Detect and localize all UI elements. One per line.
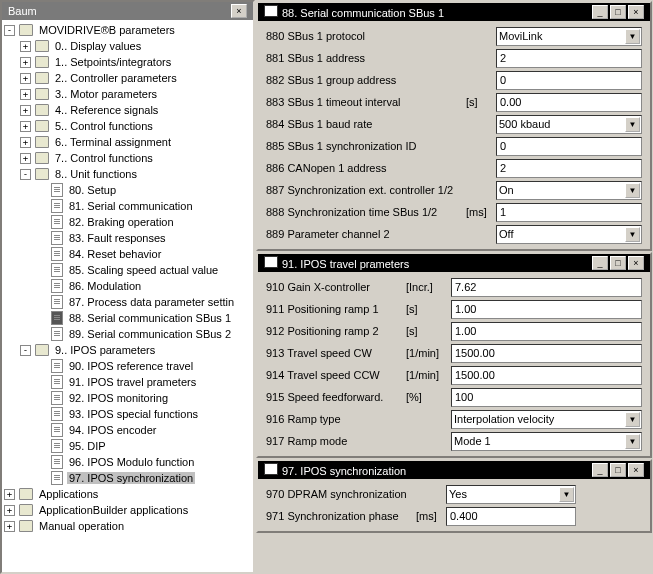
tree-item[interactable]: 86. Modulation (4, 278, 251, 294)
tree-item[interactable]: +4.. Reference signals (4, 102, 251, 118)
minimize-icon[interactable]: _ (592, 463, 608, 477)
folder-icon (35, 40, 49, 52)
minimize-icon[interactable]: _ (592, 5, 608, 19)
param-select[interactable]: Off▼ (496, 225, 642, 244)
chevron-down-icon[interactable]: ▼ (625, 434, 640, 449)
folder-icon (35, 104, 49, 116)
chevron-down-icon[interactable]: ▼ (625, 117, 640, 132)
tree-item[interactable]: 91. IPOS travel prameters (4, 374, 251, 390)
param-input[interactable] (496, 71, 642, 90)
expand-icon[interactable]: - (20, 169, 31, 180)
expand-icon[interactable]: + (20, 89, 31, 100)
maximize-icon[interactable]: □ (610, 256, 626, 270)
expand-icon[interactable]: + (20, 137, 31, 148)
tree-item[interactable]: +2.. Controller parameters (4, 70, 251, 86)
param-input[interactable] (451, 278, 642, 297)
param-unit: [Incr.] (406, 281, 451, 293)
minimize-icon[interactable]: _ (592, 256, 608, 270)
expand-icon[interactable]: + (4, 521, 15, 532)
tree-item[interactable]: -MOVIDRIVE®B parameters (4, 22, 251, 38)
param-unit: [ms] (416, 510, 446, 522)
close-icon[interactable]: × (628, 5, 644, 19)
tree-item[interactable]: 84. Reset behavior (4, 246, 251, 262)
param-input[interactable] (446, 507, 576, 526)
param-select[interactable]: Interpolation velocity▼ (451, 410, 642, 429)
tree-label: 90. IPOS reference travel (67, 360, 195, 372)
chevron-down-icon[interactable]: ▼ (559, 487, 574, 502)
expand-icon[interactable]: + (4, 505, 15, 516)
tree-view[interactable]: -MOVIDRIVE®B parameters+0.. Display valu… (2, 20, 253, 572)
tree-item[interactable]: 81. Serial communication (4, 198, 251, 214)
chevron-down-icon[interactable]: ▼ (625, 183, 640, 198)
expand-icon[interactable]: + (20, 153, 31, 164)
param-select[interactable]: MoviLink▼ (496, 27, 642, 46)
tree-item[interactable]: 80. Setup (4, 182, 251, 198)
param-input[interactable] (496, 203, 642, 222)
tree-item[interactable]: 90. IPOS reference travel (4, 358, 251, 374)
tree-panel: Baum × -MOVIDRIVE®B parameters+0.. Displ… (0, 0, 255, 574)
tree-item[interactable]: 89. Serial communication SBus 2 (4, 326, 251, 342)
tree-item[interactable]: +1.. Setpoints/integrators (4, 54, 251, 70)
tree-item[interactable]: -8.. Unit functions (4, 166, 251, 182)
tree-item[interactable]: 95. DIP (4, 438, 251, 454)
folder-icon (35, 120, 49, 132)
maximize-icon[interactable]: □ (610, 463, 626, 477)
param-select[interactable]: Yes▼ (446, 485, 576, 504)
tree-item[interactable]: +ApplicationBuilder applications (4, 502, 251, 518)
param-select[interactable]: Mode 1▼ (451, 432, 642, 451)
chevron-down-icon[interactable]: ▼ (625, 227, 640, 242)
param-input[interactable] (451, 366, 642, 385)
tree-item[interactable]: +Manual operation (4, 518, 251, 534)
maximize-icon[interactable]: □ (610, 5, 626, 19)
param-row: 885 SBus 1 synchronization ID (266, 135, 642, 157)
tree-item[interactable]: +5.. Control functions (4, 118, 251, 134)
param-input[interactable] (451, 344, 642, 363)
window-91-titlebar[interactable]: 91. IPOS travel prameters _ □ × (258, 254, 650, 272)
chevron-down-icon[interactable]: ▼ (625, 29, 640, 44)
param-select[interactable]: On▼ (496, 181, 642, 200)
param-input[interactable] (451, 388, 642, 407)
window-97-titlebar[interactable]: 97. IPOS synchronization _ □ × (258, 461, 650, 479)
param-label: 881 SBus 1 address (266, 52, 466, 64)
expand-icon[interactable]: + (20, 121, 31, 132)
tree-item[interactable]: 93. IPOS special functions (4, 406, 251, 422)
expand-icon[interactable]: + (20, 41, 31, 52)
window-88-titlebar[interactable]: 88. Serial communication SBus 1 _ □ × (258, 3, 650, 21)
tree-item[interactable]: 88. Serial communication SBus 1 (4, 310, 251, 326)
close-icon[interactable]: × (231, 4, 247, 18)
tree-label: 3.. Motor parameters (53, 88, 159, 100)
tree-item[interactable]: 82. Braking operation (4, 214, 251, 230)
expand-icon[interactable]: + (20, 105, 31, 116)
tree-item[interactable]: 92. IPOS monitoring (4, 390, 251, 406)
param-select[interactable]: 500 kbaud▼ (496, 115, 642, 134)
close-icon[interactable]: × (628, 463, 644, 477)
tree-item[interactable]: 94. IPOS encoder (4, 422, 251, 438)
tree-item[interactable]: 85. Scaling speed actual value (4, 262, 251, 278)
expand-icon[interactable]: - (4, 25, 15, 36)
tree-item[interactable]: +7.. Control functions (4, 150, 251, 166)
tree-item[interactable]: +Applications (4, 486, 251, 502)
tree-item[interactable]: -9.. IPOS parameters (4, 342, 251, 358)
expand-icon[interactable]: + (4, 489, 15, 500)
tree-label: 89. Serial communication SBus 2 (67, 328, 233, 340)
param-input[interactable] (496, 137, 642, 156)
expand-icon[interactable]: - (20, 345, 31, 356)
param-input[interactable] (451, 322, 642, 341)
tree-label: 83. Fault responses (67, 232, 168, 244)
tree-item[interactable]: 83. Fault responses (4, 230, 251, 246)
tree-item[interactable]: 97. IPOS synchronization (4, 470, 251, 486)
param-input[interactable] (451, 300, 642, 319)
tree-item[interactable]: 87. Process data parameter settin (4, 294, 251, 310)
expand-icon[interactable]: + (20, 73, 31, 84)
param-input[interactable] (496, 93, 642, 112)
tree-item[interactable]: +0.. Display values (4, 38, 251, 54)
param-input[interactable] (496, 159, 642, 178)
page-icon (51, 407, 63, 421)
close-icon[interactable]: × (628, 256, 644, 270)
tree-item[interactable]: 96. IPOS Modulo function (4, 454, 251, 470)
param-input[interactable] (496, 49, 642, 68)
tree-item[interactable]: +3.. Motor parameters (4, 86, 251, 102)
expand-icon[interactable]: + (20, 57, 31, 68)
tree-item[interactable]: +6.. Terminal assignment (4, 134, 251, 150)
chevron-down-icon[interactable]: ▼ (625, 412, 640, 427)
